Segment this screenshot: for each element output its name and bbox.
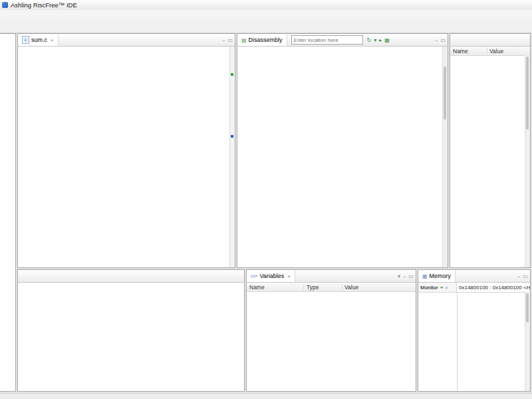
remove-monitor-icon[interactable]: × [445,285,448,291]
editor-panel: c sum.c × – ▭ [17,33,235,268]
minimize-icon[interactable]: – [435,37,438,43]
app-icon [2,2,8,8]
breakpoint-marker[interactable] [231,135,233,138]
current-line-marker[interactable] [231,73,233,76]
location-input[interactable] [291,35,363,45]
tab-memory[interactable]: ▦ Memory [418,270,456,282]
window-title: Ashling RiscFree™ IDE [11,1,77,9]
overview-ruler[interactable] [229,47,235,267]
debug-view-clipped [0,33,16,392]
name-column-header: Name [450,48,487,55]
editor-tab-label: sum.c [31,37,47,43]
memory-tab-label: Memory [430,273,452,279]
variable-icon: (x)= [251,274,258,278]
track-expression-icon[interactable]: ▸ [379,37,382,43]
right-stack-tabbar [450,34,530,47]
disassembly-panel: ▤ Disassembly ↻ ▾ ▸ ▦ – ▭ [237,33,448,268]
maximize-icon[interactable]: ▭ [408,273,414,279]
variables-header: Name Type Value [247,283,416,292]
console-panel [17,269,245,392]
variables-table[interactable] [247,291,416,391]
refresh-icon[interactable]: ↻ [367,37,372,43]
console-tabbar [18,270,244,283]
memory-chip-icon: ▦ [422,273,428,279]
registers-scrollbar[interactable] [525,55,530,267]
maximize-icon[interactable]: ▭ [440,37,446,43]
memory-scrollbar[interactable] [525,292,530,391]
disassembly-listing[interactable] [237,47,443,267]
memory-tabbar: ▦ Memory – ▭ [418,270,530,283]
tab-sum-c[interactable]: c sum.c × [18,34,59,46]
disassembly-tabbar: ▤ Disassembly ↻ ▾ ▸ ▦ – ▭ [237,34,448,47]
menubar [0,10,532,20]
show-opcodes-icon[interactable]: ▦ [384,37,390,43]
memory-panel: ▦ Memory – ▭ Monitor + × 0x14800100 : 0x… [418,269,531,392]
main-toolbar [0,20,532,33]
value-column-header: Value [487,48,503,55]
add-monitor-icon[interactable]: + [440,285,444,291]
rendering-tab[interactable]: 0x14800100 : 0x14800100 <Hex> [457,283,530,292]
name-column-header: Name [247,284,304,291]
registers-panel: Name Value [450,33,531,268]
editor-tabbar: c sum.c × – ▭ [18,34,235,47]
registers-tree[interactable] [450,55,525,267]
pin-icon[interactable]: ▾ [374,37,376,43]
disassembly-tab-label: Disassembly [249,37,283,43]
memory-toolbar-row: Monitor + × 0x14800100 : 0x14800100 <Hex… [418,283,530,293]
variables-tab-label: Variables [260,273,285,279]
variables-panel: (x)= Variables × ▾ – ▭ Name Type Value [246,269,416,392]
disassembly-icon: ▤ [241,37,247,43]
value-column-header: Value [342,284,358,291]
tab-disassembly[interactable]: ▤ Disassembly [237,34,287,46]
memory-rendering-table[interactable] [457,292,525,391]
monitor-label: Monitor [420,285,438,291]
minimize-icon[interactable]: – [403,273,406,279]
registers-header: Name Value [450,47,530,56]
c-file-icon: c [22,36,29,44]
memory-monitors[interactable] [418,292,458,391]
tab-variables[interactable]: (x)= Variables × [247,270,295,282]
type-column-header: Type [304,284,342,291]
close-icon[interactable]: × [287,273,291,279]
minimize-icon[interactable]: – [517,273,520,279]
code-editor[interactable] [18,47,230,267]
close-icon[interactable]: × [51,37,54,43]
maximize-icon[interactable]: ▭ [227,37,233,43]
status-bar [0,393,532,399]
maximize-icon[interactable]: ▭ [523,273,528,279]
titlebar: Ashling RiscFree™ IDE [0,0,532,11]
collapse-all-icon[interactable]: ▾ [398,273,400,279]
disassembly-scrollbar[interactable] [442,47,448,267]
variables-tabbar: (x)= Variables × ▾ – ▭ [247,270,416,283]
console-output[interactable] [18,283,244,391]
minimize-icon[interactable]: – [222,37,225,43]
